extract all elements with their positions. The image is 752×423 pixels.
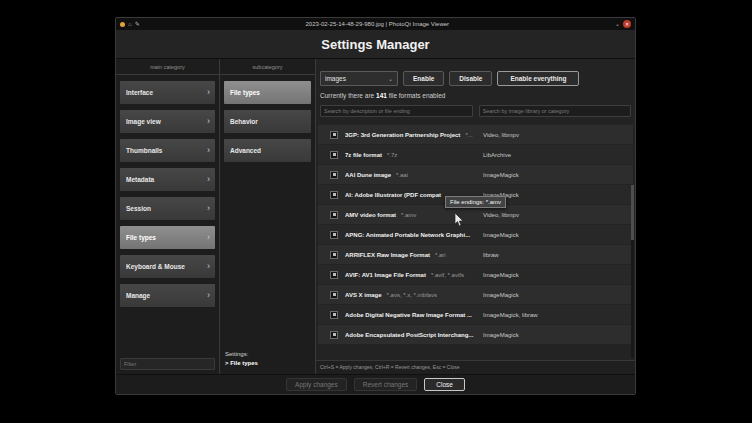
home-icon[interactable]: ⌂ bbox=[128, 21, 132, 27]
filetype-checkbox[interactable] bbox=[330, 231, 338, 239]
filetype-endings: *.avs, *.x, *.mbfavs bbox=[387, 292, 437, 298]
content-area: main category Interface › Image view › T… bbox=[116, 59, 635, 374]
subcategory-item[interactable]: File types bbox=[224, 81, 311, 104]
chevron-right-icon: › bbox=[207, 88, 210, 97]
filetype-checkbox[interactable] bbox=[330, 291, 338, 299]
main-category-item[interactable]: File types › bbox=[120, 226, 215, 249]
file-endings-tooltip: File endings: *.amv bbox=[445, 196, 506, 208]
main-category-item[interactable]: Image view › bbox=[120, 110, 215, 133]
filetype-description: 3GP: 3rd Generation Partnership Project bbox=[345, 132, 460, 138]
search-description-input[interactable] bbox=[320, 105, 473, 117]
apply-changes-button[interactable]: Apply changes bbox=[286, 378, 347, 391]
filetype-row[interactable]: 3GP: 3rd Generation Partnership Project … bbox=[318, 125, 633, 144]
filetype-checkbox[interactable] bbox=[330, 151, 338, 159]
main-category-item-label: Metadata bbox=[126, 176, 154, 183]
main-category-item-label: Session bbox=[126, 205, 151, 212]
main-category-item[interactable]: Thumbnails › bbox=[120, 139, 215, 162]
main-category-item-label: Keyboard & Mouse bbox=[126, 263, 185, 270]
settings-note-label: Settings: bbox=[225, 350, 310, 360]
filetype-endings: *.ari bbox=[435, 252, 446, 258]
main-category-list: Interface › Image view › Thumbnails › bbox=[116, 78, 219, 310]
filetype-description: APNG: Animated Portable Network Graphi..… bbox=[345, 232, 470, 238]
settings-note-path: > File types bbox=[225, 359, 310, 369]
filetype-description: AI: Adobe Illustrator (PDF compat bbox=[345, 192, 441, 198]
subcategory-column: subcategory File types Behavior Advanced bbox=[220, 59, 316, 374]
filetype-endings: *.aai bbox=[396, 172, 408, 178]
filetype-row[interactable]: Adobe Encapsulated PostScript Interchang… bbox=[318, 325, 633, 344]
edit-icon[interactable]: ✎ bbox=[135, 21, 140, 27]
main-category-item-label: Image view bbox=[126, 118, 161, 125]
main-category-item[interactable]: Interface › bbox=[120, 81, 215, 104]
main-category-item-label: Thumbnails bbox=[126, 147, 162, 154]
filetype-text: AVIF: AV1 Image File Format *.avif, *.av… bbox=[345, 272, 483, 278]
status-prefix: Currently there are bbox=[320, 92, 374, 99]
filetype-row[interactable]: Adobe Digital Negative Raw Image Format … bbox=[318, 305, 633, 324]
disable-button[interactable]: Disable bbox=[449, 71, 492, 86]
filetype-row[interactable]: AVIF: AV1 Image File Format *.avif, *.av… bbox=[318, 265, 633, 284]
chevron-right-icon: › bbox=[207, 262, 210, 271]
desktop-background: { "titlebar": { "title": "2023-02-25-14-… bbox=[0, 0, 752, 423]
subcategory-item[interactable]: Behavior bbox=[224, 110, 311, 133]
status-suffix: file formats enabled bbox=[389, 92, 446, 99]
main-category-column: main category Interface › Image view › T… bbox=[116, 59, 220, 374]
filetype-text: APNG: Animated Portable Network Graphi..… bbox=[345, 232, 483, 238]
filetype-row[interactable]: 7z file format *.7z LibArchive bbox=[318, 145, 633, 164]
subcategory-list: File types Behavior Advanced bbox=[220, 78, 315, 165]
filetype-filter-dropdown[interactable]: images ⌄ bbox=[320, 71, 398, 86]
subcategory-item[interactable]: Advanced bbox=[224, 139, 311, 162]
main-category-item[interactable]: Metadata › bbox=[120, 168, 215, 191]
filetype-category: ImageMagick bbox=[483, 172, 627, 178]
main-category-item[interactable]: Session › bbox=[120, 197, 215, 220]
filetype-category: LibArchive bbox=[483, 152, 627, 158]
mouse-cursor bbox=[454, 213, 465, 227]
filetype-description: AVIF: AV1 Image File Format bbox=[345, 272, 426, 278]
filetype-category: ImageMagick bbox=[483, 332, 627, 338]
search-library-input[interactable] bbox=[479, 105, 632, 117]
filetype-category: ImageMagick bbox=[483, 292, 627, 298]
settings-manager-header: Settings Manager bbox=[116, 30, 635, 59]
settings-note: Settings: > File types bbox=[220, 350, 315, 374]
list-scrollbar[interactable] bbox=[631, 185, 634, 358]
chevron-down-icon[interactable]: ⌄ bbox=[615, 21, 620, 27]
filetype-description: 7z file format bbox=[345, 152, 382, 158]
shortcut-hints: Ctrl+S = Apply changes, Ctrl+R = Revert … bbox=[316, 360, 635, 374]
search-row bbox=[316, 105, 635, 125]
scrollbar-thumb[interactable] bbox=[631, 185, 634, 240]
page-title: Settings Manager bbox=[321, 37, 429, 52]
filetype-checkbox[interactable] bbox=[330, 251, 338, 259]
enable-everything-button[interactable]: Enable everything bbox=[497, 71, 579, 86]
chevron-right-icon: › bbox=[207, 146, 210, 155]
filetype-description: AAI Dune image bbox=[345, 172, 391, 178]
filetype-checkbox[interactable] bbox=[330, 331, 338, 339]
subcategory-heading: subcategory bbox=[220, 61, 315, 75]
close-button[interactable]: Close bbox=[424, 378, 465, 391]
filetype-checkbox[interactable] bbox=[330, 191, 338, 199]
filetype-text: Adobe Digital Negative Raw Image Format … bbox=[345, 312, 483, 318]
main-category-item-label: Interface bbox=[126, 89, 153, 96]
filetype-category: Video, libmpv bbox=[483, 132, 627, 138]
filetype-checkbox[interactable] bbox=[330, 271, 338, 279]
filetype-checkbox[interactable] bbox=[330, 131, 338, 139]
filetype-checkbox[interactable] bbox=[330, 211, 338, 219]
subcategory-item-label: Advanced bbox=[230, 147, 261, 154]
filetype-checkbox[interactable] bbox=[330, 311, 338, 319]
filetype-description: Adobe Encapsulated PostScript Interchang… bbox=[345, 332, 473, 338]
filetype-category: Video, libmpv bbox=[483, 212, 627, 218]
main-category-heading: main category bbox=[116, 61, 219, 75]
filetype-checkbox[interactable] bbox=[330, 171, 338, 179]
main-category-item[interactable]: Manage › bbox=[120, 284, 215, 307]
filetype-row[interactable]: APNG: Animated Portable Network Graphi..… bbox=[318, 225, 633, 244]
main-category-item[interactable]: Keyboard & Mouse › bbox=[120, 255, 215, 278]
filetype-row[interactable]: AAI Dune image *.aai ImageMagick bbox=[318, 165, 633, 184]
filetype-row[interactable]: AVS X image *.avs, *.x, *.mbfavs ImageMa… bbox=[318, 285, 633, 304]
close-window-button[interactable]: ✕ bbox=[623, 20, 631, 28]
enable-button[interactable]: Enable bbox=[403, 71, 444, 86]
dropdown-value: images bbox=[325, 75, 346, 82]
filetype-text: 7z file format *.7z bbox=[345, 152, 483, 158]
filetype-category: ImageMagick, libraw bbox=[483, 312, 627, 318]
revert-changes-button[interactable]: Revert changes bbox=[354, 378, 418, 391]
chevron-right-icon: › bbox=[207, 117, 210, 126]
filetype-row[interactable]: ARRIFLEX Raw Image Format *.ari libraw bbox=[318, 245, 633, 264]
status-line: Currently there are 141 file formats ena… bbox=[316, 92, 635, 105]
category-filter-input[interactable] bbox=[120, 358, 215, 370]
